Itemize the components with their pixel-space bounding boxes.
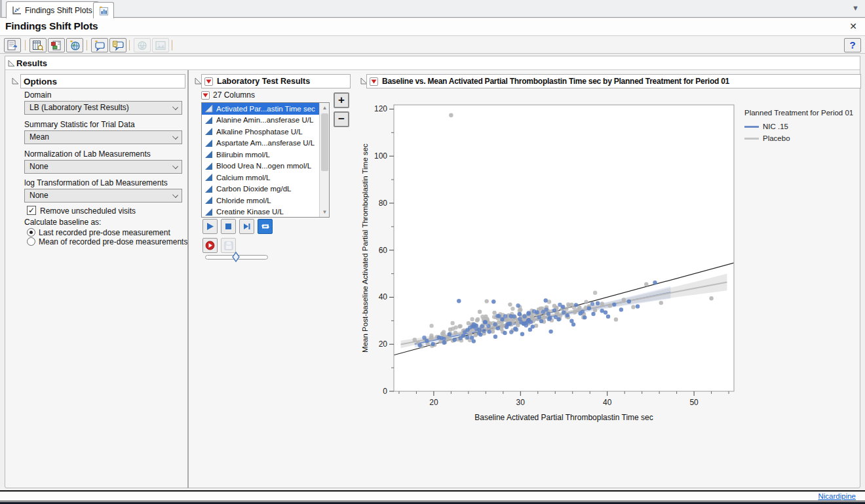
legend-label: Placebo — [763, 134, 790, 142]
legend-label: NIC .15 — [763, 123, 788, 130]
domain-select[interactable]: LB (Laboratory Test Results) — [24, 101, 182, 115]
log-transformation-select[interactable]: None — [24, 189, 182, 203]
add-column-button[interactable]: + — [334, 92, 349, 108]
stop-icon — [225, 223, 232, 230]
summary-statistic-select[interactable]: Mean — [24, 130, 182, 144]
data-point — [474, 327, 478, 331]
scroll-down-icon[interactable]: ▼ — [320, 207, 330, 217]
column-list-item[interactable]: Alanine Amin...ansferase U/L — [202, 115, 319, 126]
collapse-triangle-icon[interactable] — [8, 60, 15, 67]
globe-icon — [136, 40, 148, 51]
data-table-colored-icon — [50, 40, 62, 51]
data-point — [508, 302, 512, 306]
columns-listbox[interactable]: Activated Par...astin Time secAlanine Am… — [201, 102, 330, 218]
stop-button[interactable] — [221, 219, 236, 234]
data-point — [636, 304, 640, 308]
column-list-item[interactable]: Carbon Dioxide mg/dL — [202, 184, 319, 195]
play-button[interactable] — [202, 219, 218, 234]
data-point — [514, 328, 518, 332]
data-point — [448, 332, 452, 336]
column-label: Aspartate Am...ansferase U/L — [216, 139, 315, 147]
svg-text:0: 0 — [383, 387, 387, 396]
data-point — [607, 303, 611, 307]
legend-entry[interactable]: Placebo — [744, 132, 860, 144]
continuous-column-icon — [204, 185, 213, 193]
red-triangle-menu-icon[interactable] — [370, 77, 378, 86]
tab-label: Findings Shift Plots — [25, 6, 92, 15]
status-bar: Nicardipine — [0, 490, 865, 501]
remove-column-button[interactable]: − — [334, 111, 349, 127]
column-list-item[interactable]: Aspartate Am...ansferase U/L — [202, 138, 319, 149]
radio-mean-recorded[interactable] — [27, 237, 35, 246]
data-point — [503, 331, 507, 335]
data-point — [593, 308, 597, 312]
legend-entry[interactable]: NIC .15 — [744, 121, 860, 132]
column-list-item[interactable]: Activated Par...astin Time sec — [202, 103, 319, 115]
svg-text:120: 120 — [374, 104, 387, 113]
close-icon[interactable]: ✕ — [848, 21, 858, 31]
data-point — [450, 321, 454, 325]
data-point — [566, 313, 569, 317]
continuous-column-icon — [204, 173, 213, 182]
step-button[interactable] — [239, 219, 254, 234]
help-button[interactable]: ? — [844, 38, 861, 52]
panel-splitter[interactable] — [187, 70, 189, 488]
column-list-item[interactable]: Creatine Kinase U/L — [202, 206, 319, 218]
column-label: Blood Urea N...ogen mmol/L — [216, 162, 311, 170]
data-point — [413, 338, 417, 341]
column-list-item[interactable]: Blood Urea N...ogen mmol/L — [202, 161, 319, 172]
tab-overflow-icon[interactable]: ▼ — [852, 4, 859, 12]
normalization-select[interactable]: None — [24, 160, 182, 174]
summary-statistic-value: Mean — [29, 132, 49, 142]
column-list-item[interactable]: Alkaline Phosphatase U/L — [202, 126, 319, 138]
tab-new-chart[interactable] — [93, 2, 114, 18]
y-axis-title: Mean Post-baseline Activated Partial Thr… — [361, 144, 369, 353]
scrollbar-thumb[interactable] — [321, 113, 328, 171]
svg-text:60: 60 — [379, 246, 388, 255]
red-triangle-menu-icon[interactable] — [201, 91, 210, 100]
tab-findings-shift-plots[interactable]: Findings Shift Plots — [6, 1, 99, 18]
data-point — [528, 328, 532, 332]
toolbar-separator — [129, 40, 130, 50]
data-point — [526, 311, 530, 315]
data-point — [487, 330, 491, 334]
view-data-table-button[interactable] — [29, 38, 47, 52]
red-triangle-menu-icon[interactable] — [204, 77, 213, 86]
title-bar: Findings Shift Plots ✕ — [0, 18, 865, 35]
column-list-item[interactable]: Calcium mmol/L — [202, 172, 319, 184]
normalization-value: None — [29, 162, 48, 171]
listbox-scrollbar[interactable]: ▲ ▼ — [319, 103, 329, 217]
open-report-button[interactable] — [4, 38, 21, 52]
column-list-item[interactable]: Chloride mmol/L — [202, 195, 319, 206]
record-button[interactable] — [202, 238, 218, 253]
log-transformation-label: log Transformation of Lab Measurements — [24, 178, 168, 187]
note-page-button[interactable] — [109, 38, 126, 52]
speed-slider-thumb[interactable] — [232, 252, 240, 262]
column-list-item[interactable]: Bilirubin mmol/L — [202, 149, 319, 161]
svg-text:50: 50 — [689, 398, 699, 407]
globe-new-icon — [69, 40, 81, 51]
data-point — [593, 291, 597, 295]
scroll-up-icon[interactable]: ▲ — [320, 103, 330, 113]
data-table-button[interactable] — [48, 38, 65, 52]
data-point — [612, 302, 616, 306]
study-link[interactable]: Nicardipine — [818, 492, 856, 500]
remove-unscheduled-checkbox[interactable]: ✓ — [27, 206, 36, 215]
radio-last-recorded[interactable] — [27, 228, 35, 237]
data-point — [471, 324, 474, 328]
options-panel-header: Options — [20, 74, 185, 88]
new-note-button[interactable] — [91, 38, 108, 52]
log-transformation-value: None — [29, 191, 48, 200]
data-point — [516, 303, 520, 307]
data-point — [530, 315, 534, 319]
lab-results-title: Laboratory Test Results — [217, 77, 310, 86]
data-point — [463, 330, 467, 334]
columns-count-row: 27 Columns — [201, 90, 255, 100]
chevron-down-icon — [172, 192, 178, 198]
loop-button[interactable] — [258, 219, 273, 234]
new-web-report-button[interactable] — [66, 38, 83, 52]
data-point — [573, 310, 577, 314]
collapse-triangle-icon[interactable] — [12, 77, 19, 85]
data-point — [562, 310, 566, 314]
data-point — [529, 320, 533, 324]
